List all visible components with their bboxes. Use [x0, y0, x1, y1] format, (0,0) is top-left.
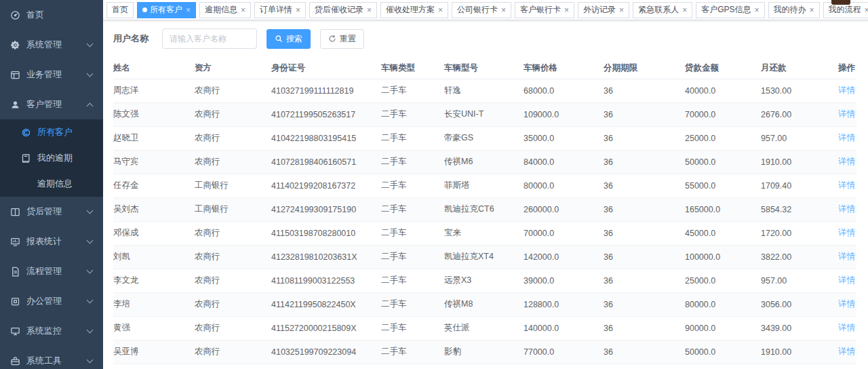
tab-首页[interactable]: 首页 [106, 2, 134, 18]
tab-客户GPS信息[interactable]: 客户GPS信息× [696, 2, 764, 18]
cell-price: 39000.0 [524, 269, 604, 292]
monitor-icon [9, 326, 20, 336]
detail-link[interactable]: 详情 [838, 228, 855, 237]
sidebar-item-贷后管理[interactable]: 贷后管理 [0, 197, 103, 227]
close-icon[interactable]: × [186, 6, 191, 14]
cell-model: 轩逸 [444, 79, 524, 102]
cell-vehicle_type: 二手车 [381, 79, 444, 102]
cell-id_number: 410327199111112819 [271, 79, 381, 102]
detail-link[interactable]: 详情 [838, 252, 855, 261]
cell-action: 详情 [819, 150, 856, 174]
cell-funder: 农商行 [195, 364, 271, 369]
cell-monthly: 1910.00 [761, 340, 819, 364]
table-row: 吴刘杰工商银行412724199309175190二手车凯迪拉克CT626000… [113, 197, 856, 221]
cell-term: 36 [604, 102, 685, 126]
detail-link[interactable]: 详情 [838, 85, 855, 95]
cell-action: 详情 [819, 316, 856, 340]
cell-id_number: 410325199709223094 [271, 340, 381, 364]
cell-name: 黄强 [113, 316, 195, 340]
cell-price: 260000.0 [524, 197, 604, 221]
cell-price: 56000.0 [524, 364, 604, 369]
close-icon[interactable]: × [619, 6, 624, 14]
detail-link[interactable]: 详情 [838, 299, 855, 309]
cell-term: 36 [604, 364, 685, 369]
cell-loan: 50000.0 [685, 150, 761, 174]
tab-客户银行卡[interactable]: 客户银行卡× [515, 2, 574, 18]
detail-link[interactable]: 详情 [838, 323, 855, 332]
close-icon[interactable]: × [810, 6, 814, 14]
column-header-资方: 资方 [195, 58, 271, 79]
table-row: 邓保成农商行411503198708280010二手车宝来70000.03645… [113, 221, 856, 245]
sidebar-subitem-所有客户[interactable]: 所有客户 [0, 119, 103, 145]
search-icon [275, 35, 283, 43]
sidebar-menu: 首页系统管理业务管理客户管理所有客户我的逾期逾期信息贷后管理报表统计流程管理办公… [0, 0, 103, 369]
customer-name-input[interactable] [162, 28, 257, 49]
close-icon[interactable]: × [682, 6, 687, 14]
detail-link[interactable]: 详情 [838, 204, 855, 214]
tab-所有客户[interactable]: 所有客户× [137, 2, 196, 18]
cell-model: 传祺M6 [444, 150, 524, 174]
cell-term: 36 [604, 245, 685, 269]
close-icon[interactable]: × [438, 6, 443, 14]
reset-button[interactable]: 重置 [320, 29, 364, 49]
cell-model: 传祺M8 [444, 292, 524, 316]
gear-icon [9, 39, 20, 50]
close-icon[interactable]: × [241, 6, 245, 14]
table-row: 黄强农商行41152720000215809X二手车英仕派140000.0369… [113, 316, 856, 340]
tab-label: 紧急联系人 [638, 4, 679, 16]
column-header-车辆型号: 车辆型号 [444, 58, 524, 79]
detail-link[interactable]: 详情 [838, 157, 855, 166]
detail-link[interactable]: 详情 [838, 275, 855, 285]
cell-loan: 165000.0 [685, 197, 761, 221]
tab-label: 订单详情 [260, 4, 292, 16]
content-panel: 用户名称 搜索 重置 姓名资方身份证号车辆类型车 [103, 20, 868, 369]
close-icon[interactable]: × [865, 6, 868, 14]
user-icon [9, 99, 20, 110]
close-icon[interactable]: × [501, 6, 506, 14]
sidebar-item-系统工具[interactable]: 系统工具 [0, 346, 103, 369]
sidebar-subitem-逾期信息[interactable]: 逾期信息 [0, 171, 103, 197]
tab-贷后催收记录[interactable]: 贷后催收记录× [309, 2, 377, 18]
close-icon[interactable]: × [296, 6, 300, 14]
cell-action: 详情 [819, 221, 856, 245]
cell-name: 贾银伟 [113, 364, 195, 369]
search-button[interactable]: 搜索 [267, 29, 311, 49]
avatar[interactable] [831, 0, 850, 5]
sidebar-item-报表统计[interactable]: 报表统计 [0, 227, 103, 256]
tab-我的待办[interactable]: 我的待办× [768, 2, 820, 18]
toolbox-icon [9, 355, 20, 366]
column-header-贷款金额: 贷款金额 [685, 58, 761, 79]
tab-逾期信息[interactable]: 逾期信息× [199, 2, 251, 18]
cell-funder: 农商行 [195, 79, 271, 102]
column-header-姓名: 姓名 [113, 58, 195, 79]
sidebar-item-客户管理[interactable]: 客户管理 [0, 90, 103, 119]
menu-label: 逾期信息 [37, 178, 73, 190]
menu-label: 报表统计 [26, 235, 62, 248]
detail-link[interactable]: 详情 [838, 180, 855, 190]
menu-label: 客户管理 [26, 98, 62, 111]
cell-action: 详情 [819, 102, 856, 126]
close-icon[interactable]: × [367, 6, 372, 14]
tab-订单详情[interactable]: 订单详情× [254, 2, 306, 18]
tab-公司银行卡[interactable]: 公司银行卡× [452, 2, 511, 18]
sidebar-item-流程管理[interactable]: 流程管理 [0, 256, 103, 286]
sidebar-item-首页[interactable]: 首页 [0, 0, 103, 30]
sidebar-subitem-我的逾期[interactable]: 我的逾期 [0, 145, 103, 171]
detail-link[interactable]: 详情 [838, 109, 855, 119]
tab-催收处理方案[interactable]: 催收处理方案× [380, 2, 448, 18]
cell-loan: 25000.0 [685, 269, 761, 292]
detail-link[interactable]: 详情 [838, 347, 855, 356]
tab-外访记录[interactable]: 外访记录× [578, 2, 629, 18]
cell-loan: 25000.0 [685, 126, 761, 150]
tab-紧急联系人[interactable]: 紧急联系人× [633, 2, 692, 18]
doc-icon [9, 266, 20, 277]
detail-link[interactable]: 详情 [838, 133, 855, 142]
close-icon[interactable]: × [754, 6, 759, 14]
sidebar-item-办公管理[interactable]: 办公管理 [0, 286, 103, 316]
cell-vehicle_type: 二手车 [381, 102, 444, 126]
cell-price: 70000.0 [524, 221, 604, 245]
close-icon[interactable]: × [564, 6, 569, 14]
sidebar-item-系统监控[interactable]: 系统监控 [0, 316, 103, 346]
sidebar-item-业务管理[interactable]: 业务管理 [0, 60, 103, 90]
sidebar-item-系统管理[interactable]: 系统管理 [0, 30, 103, 60]
